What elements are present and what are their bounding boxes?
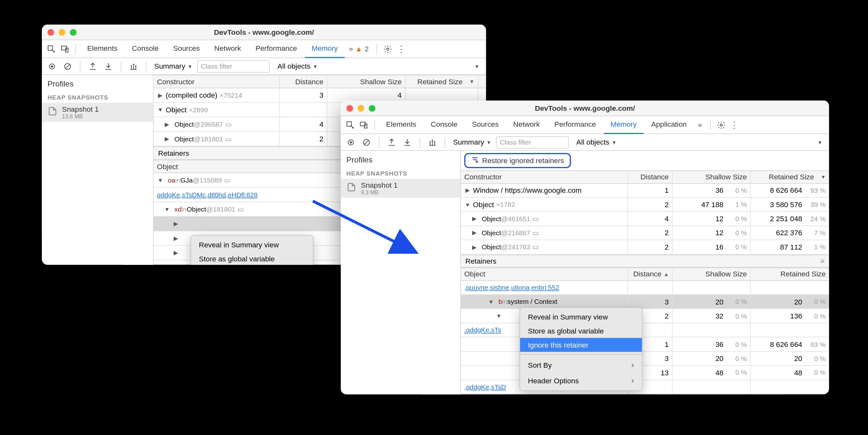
close-window-icon[interactable] (48, 29, 54, 35)
ctx-reveal[interactable]: Reveal in Summary view (520, 310, 642, 324)
retainer-row-selected[interactable]: b in system / Context 3 200 % 200 % (461, 295, 829, 309)
tab-memory[interactable]: Memory (604, 116, 643, 134)
view-dropdown[interactable]: Summary (152, 62, 195, 70)
ctx-reveal[interactable]: Reveal in Summary view (191, 238, 313, 252)
expand-icon[interactable] (164, 136, 170, 142)
more-icon[interactable]: ⋮ (728, 119, 741, 131)
inspect-icon[interactable] (344, 119, 356, 131)
expand-icon[interactable] (471, 230, 477, 236)
minimize-window-icon[interactable] (358, 105, 364, 112)
tab-application[interactable]: Application (645, 116, 693, 134)
context-menu[interactable]: Reveal in Summary view Store as global v… (191, 235, 313, 265)
clear-icon[interactable] (61, 60, 74, 72)
col-shallow[interactable]: Shallow Size (328, 75, 406, 88)
titlebar[interactable]: DevTools - www.google.com/ (42, 25, 486, 40)
retainers-menu-icon[interactable]: ≡ (820, 257, 825, 265)
ctx-store[interactable]: Store as global variable (191, 252, 313, 265)
expand-icon[interactable] (471, 244, 477, 250)
col-distance[interactable]: Distance (280, 75, 328, 88)
expand-icon[interactable] (464, 187, 471, 193)
collapse-icon[interactable] (157, 106, 164, 113)
ctx-header[interactable]: Header Options (520, 372, 642, 388)
class-filter-input[interactable]: Class filter (197, 60, 270, 72)
col-distance[interactable]: Distance (628, 171, 673, 183)
collapse-icon[interactable] (157, 177, 164, 183)
device-toggle-icon[interactable] (59, 43, 71, 55)
retainer-row[interactable]: 13 480 % 480 % (461, 366, 829, 380)
tab-console[interactable]: Console (125, 40, 165, 58)
record-icon[interactable] (344, 136, 358, 148)
col-distance[interactable]: Distance (628, 268, 673, 280)
collapse-icon[interactable] (488, 299, 495, 305)
col-shallow[interactable]: Shallow Size (673, 268, 751, 280)
retainer-row[interactable]: 2 320 % 1360 % (461, 309, 829, 323)
tabs-overflow[interactable]: » ▲ 2 (346, 45, 372, 53)
snapshot-item[interactable]: Snapshot 1 13.6 MB (42, 103, 153, 122)
expand-icon[interactable] (471, 216, 477, 222)
minimize-window-icon[interactable] (59, 29, 65, 35)
expand-icon[interactable] (173, 220, 179, 226)
close-window-icon[interactable] (346, 105, 353, 112)
view-dropdown[interactable]: Summary (451, 138, 494, 146)
settings-icon[interactable] (381, 43, 394, 55)
retainer-choke[interactable]: ,quuyne,sisbne,utiona,enbri:552 (461, 281, 829, 295)
retainer-row[interactable]: 3 200 % 200 % (461, 352, 829, 366)
tab-performance[interactable]: Performance (249, 40, 304, 58)
ctx-ignore-retainer[interactable]: Ignore this retainer (520, 338, 642, 352)
export-icon[interactable] (86, 60, 100, 72)
object-row[interactable]: Object @241763▭ 2 160 % 87 1121 % (461, 240, 829, 254)
col-object[interactable]: Object (461, 268, 628, 280)
tabs-overflow[interactable]: » (695, 121, 706, 129)
tab-elements[interactable]: Elements (379, 116, 423, 134)
collect-garbage-icon[interactable] (127, 60, 140, 72)
tab-performance[interactable]: Performance (548, 116, 603, 134)
expand-icon[interactable] (173, 250, 179, 256)
restore-ignored-retainers-button[interactable]: Restore ignored retainers (464, 153, 571, 168)
object-row[interactable]: Object @216867▭ 2 120 % 622 3767 % (461, 226, 829, 240)
tab-sources[interactable]: Sources (166, 40, 206, 58)
collapse-icon[interactable] (464, 201, 471, 208)
retainer-row[interactable]: 1 360 % 8 626 66493 % (461, 338, 829, 352)
zoom-window-icon[interactable] (70, 29, 76, 35)
collect-garbage-icon[interactable] (426, 136, 439, 148)
expand-icon[interactable] (157, 92, 164, 98)
col-retained[interactable]: Retained Size (751, 268, 829, 280)
more-icon[interactable]: ⋮ (395, 43, 407, 55)
tab-network[interactable]: Network (507, 116, 547, 134)
col-retained[interactable]: Retained Size (406, 75, 478, 88)
col-retained[interactable]: Retained Size (751, 171, 829, 183)
export-icon[interactable] (385, 136, 398, 148)
retainer-choke[interactable]: ,qddgKe,sTs (461, 323, 829, 337)
col-shallow[interactable]: Shallow Size (673, 171, 751, 183)
zoom-window-icon[interactable] (369, 105, 375, 112)
collapse-icon[interactable] (164, 206, 170, 212)
ctx-sort[interactable]: Sort By (520, 357, 642, 372)
tab-sources[interactable]: Sources (465, 116, 505, 134)
class-filter-input[interactable]: Class filter (496, 136, 568, 148)
object-row[interactable]: Object @461651▭ 4 120 % 2 251 04824 % (461, 212, 829, 226)
inspect-icon[interactable] (45, 43, 58, 55)
scope-dropdown[interactable]: All objects (574, 138, 619, 146)
scope-dropdown[interactable]: All objects (275, 62, 320, 70)
col-constructor[interactable]: Constructor (154, 75, 280, 88)
settings-icon[interactable] (715, 119, 727, 131)
clear-icon[interactable] (360, 136, 373, 148)
expand-icon[interactable] (164, 121, 170, 127)
tab-console[interactable]: Console (424, 116, 464, 134)
tab-network[interactable]: Network (208, 40, 247, 58)
retainer-choke[interactable]: ,qddgKe,sTsD (461, 380, 829, 394)
context-menu[interactable]: Reveal in Summary view Store as global v… (520, 307, 643, 391)
constructor-row[interactable]: Object×1782 2 47 1881 % 3 580 57639 % (461, 197, 829, 212)
col-constructor[interactable]: Constructor (461, 171, 628, 183)
collapse-icon[interactable] (495, 313, 502, 319)
snapshot-item[interactable]: Snapshot 1 9.3 MB (341, 179, 461, 198)
tab-elements[interactable]: Elements (81, 40, 124, 58)
ctx-store[interactable]: Store as global variable (520, 324, 642, 338)
constructor-row[interactable]: Window / https://www.google.com 1 360 % … (461, 184, 829, 197)
import-icon[interactable] (102, 60, 115, 72)
titlebar[interactable]: DevTools - www.google.com/ (341, 100, 829, 116)
import-icon[interactable] (401, 136, 414, 148)
expand-icon[interactable] (173, 235, 179, 241)
record-icon[interactable] (45, 60, 59, 72)
device-toggle-icon[interactable] (358, 119, 370, 131)
